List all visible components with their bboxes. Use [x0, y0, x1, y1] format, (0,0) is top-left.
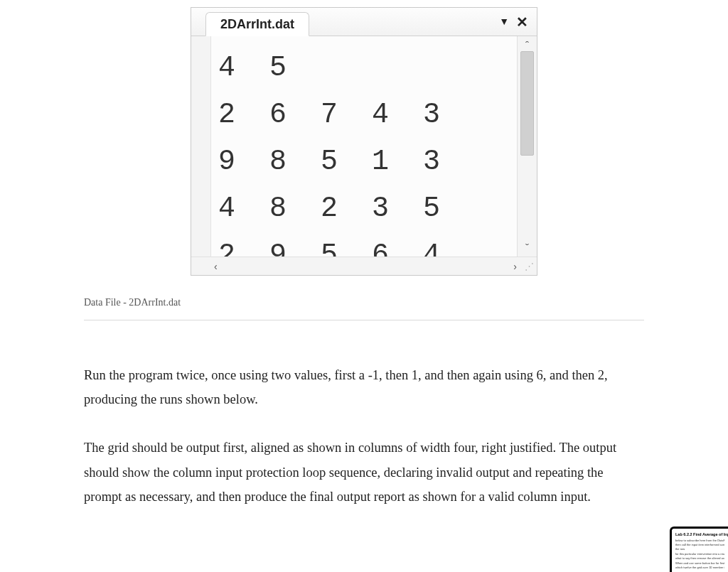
scroll-down-icon[interactable]: ˇ	[525, 242, 529, 254]
pip-title: Lab 6.2.2 Find Average of Input F	[675, 532, 724, 537]
separator	[84, 320, 644, 320]
instruction-paragraph-2: The grid should be output first, aligned…	[84, 436, 644, 509]
resize-grip-icon[interactable]: ⋰	[517, 261, 534, 272]
vscroll-track[interactable]	[519, 51, 535, 242]
line-gutter	[191, 36, 211, 257]
dropdown-icon[interactable]: ▼	[499, 16, 509, 28]
file-text-content: 4 5 2 6 7 4 3 9 8 5 1 3 4 8 2 3 5 2 9 5 …	[211, 36, 517, 257]
close-icon[interactable]: ✕	[516, 14, 528, 31]
instruction-paragraph-1: Run the program twice, once using two va…	[84, 363, 644, 411]
pip-text-line: When and use some button bar for first r…	[675, 561, 724, 566]
scroll-left-icon[interactable]: ‹	[214, 261, 218, 272]
picture-in-picture-preview[interactable]: Lab 6.2.2 Find Average of Input F below …	[670, 527, 728, 572]
vscroll-thumb[interactable]	[520, 51, 534, 156]
file-body: 4 5 2 6 7 4 3 9 8 5 1 3 4 8 2 3 5 2 9 5 …	[191, 36, 537, 257]
file-viewer-window: 2DArrInt.dat ▼ ✕ 4 5 2 6 7 4 3 9 8 5 1 3…	[191, 7, 537, 276]
file-tab[interactable]: 2DArrInt.dat	[205, 12, 309, 36]
horizontal-scrollbar[interactable]: ‹ › ⋰	[191, 257, 537, 275]
figure-caption: Data File - 2DArrInt.dat	[84, 297, 644, 308]
pip-text-line: what to say then remove the altered word…	[675, 556, 724, 561]
pip-text-line: which twelve the grid over 10 member in …	[675, 566, 724, 570]
scroll-up-icon[interactable]: ˆ	[525, 39, 529, 51]
vertical-scrollbar[interactable]: ˆ ˇ	[517, 36, 537, 257]
file-viewer-titlebar: 2DArrInt.dat ▼ ✕	[191, 8, 537, 36]
